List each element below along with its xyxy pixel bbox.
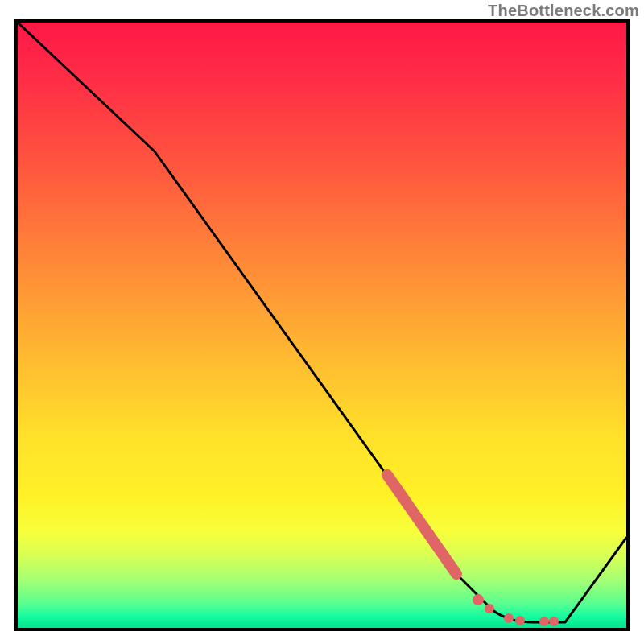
attribution-text: TheBottleneck.com: [488, 2, 639, 20]
chart-container: TheBottleneck.com: [0, 0, 644, 644]
svg-point-1: [485, 604, 494, 613]
svg-point-3: [515, 616, 525, 625]
svg-point-2: [504, 613, 514, 623]
curve-layer: [18, 23, 626, 628]
plot-area: [14, 19, 630, 631]
svg-point-0: [473, 594, 484, 605]
svg-point-5: [549, 617, 559, 626]
svg-point-4: [539, 617, 549, 626]
bottleneck-curve: [18, 23, 626, 622]
minimum-dots: [473, 594, 559, 626]
highlight-segment: [387, 475, 456, 574]
